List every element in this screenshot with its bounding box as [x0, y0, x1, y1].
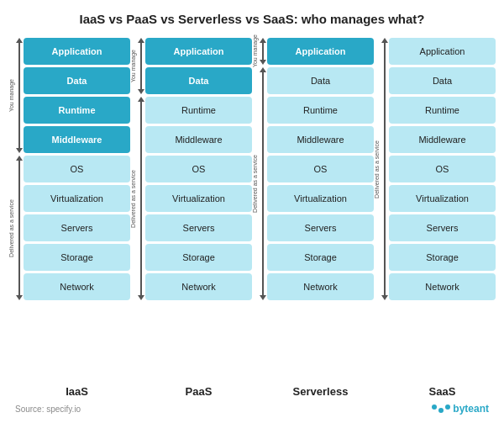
cell-serverless-os: OS: [267, 156, 374, 182]
cell-iaas-virtualization: Virtualization: [24, 185, 130, 212]
cell-serverless-data: Data: [267, 67, 374, 94]
cell-saas-network: Network: [389, 273, 496, 300]
arrow-left-iaas: You manageDelivered as a service: [8, 38, 24, 398]
arrow-left-paas: You manageDelivered as a service: [130, 38, 145, 398]
byteant-logo: byteant: [432, 403, 489, 415]
cell-serverless-virtualization: Virtualization: [267, 185, 374, 212]
cell-paas-application: Application: [145, 38, 252, 65]
cell-iaas-runtime: Runtime: [24, 97, 130, 124]
delivered-arrow: Delivered as a service: [252, 67, 267, 300]
cell-saas-storage: Storage: [389, 244, 496, 271]
cell-saas-middleware: Middleware: [389, 126, 496, 153]
delivered-arrow: Delivered as a service: [8, 156, 24, 300]
cell-serverless-runtime: Runtime: [267, 97, 374, 124]
col-wrapper-paas: ApplicationDataRuntimeMiddlewareOSVirtua…: [145, 38, 252, 398]
cell-iaas-data: Data: [24, 67, 130, 94]
col-label-serverless: Serverless: [267, 385, 374, 398]
cell-serverless-servers: Servers: [267, 214, 374, 241]
cell-serverless-network: Network: [267, 273, 374, 300]
col-wrapper-iaas: ApplicationDataRuntimeMiddlewareOSVirtua…: [24, 38, 130, 398]
cell-iaas-middleware: Middleware: [24, 126, 130, 153]
byteant-text: byteant: [453, 403, 489, 415]
delivered-arrow: Delivered as a service: [374, 38, 389, 300]
dot1: [432, 404, 437, 410]
delivered-arrow: Delivered as a service: [130, 97, 145, 300]
cell-serverless-middleware: Middleware: [267, 126, 374, 153]
cell-serverless-application: Application: [267, 38, 374, 65]
you-manage-arrow: You manage: [130, 38, 145, 94]
arrow-left-serverless: You manageDelivered as a service: [252, 38, 267, 398]
cell-iaas-application: Application: [24, 38, 130, 65]
cell-paas-middleware: Middleware: [145, 126, 252, 153]
you-manage-arrow: You manage: [252, 38, 267, 65]
cell-iaas-servers: Servers: [24, 214, 130, 241]
page-title: IaaS vs PaaS vs Serverless vs SaaS: who …: [8, 8, 496, 29]
col-label-iaas: IaaS: [24, 385, 130, 398]
cell-serverless-storage: Storage: [267, 244, 374, 271]
col-group-saas: Delivered as a serviceApplicationDataRun…: [374, 38, 496, 398]
dot2: [438, 408, 444, 413]
cell-iaas-os: OS: [24, 156, 130, 182]
cell-paas-virtualization: Virtualization: [145, 185, 252, 212]
cell-paas-data: Data: [145, 67, 252, 94]
col-wrapper-saas: ApplicationDataRuntimeMiddlewareOSVirtua…: [389, 38, 496, 398]
col-label-paas: PaaS: [145, 385, 252, 398]
source-text: Source: specify.io: [15, 404, 81, 414]
cell-saas-application: Application: [389, 38, 496, 65]
footer: Source: specify.io byteant: [8, 399, 496, 415]
col-group-iaas: You manageDelivered as a serviceApplicat…: [8, 38, 130, 398]
col-group-paas: You manageDelivered as a serviceApplicat…: [130, 38, 252, 398]
col-wrapper-serverless: ApplicationDataRuntimeMiddlewareOSVirtua…: [267, 38, 374, 398]
cell-paas-storage: Storage: [145, 244, 252, 271]
arrow-left-saas: Delivered as a service: [374, 38, 389, 398]
col-label-saas: SaaS: [389, 385, 496, 398]
cell-saas-os: OS: [389, 156, 496, 182]
cells-iaas: ApplicationDataRuntimeMiddlewareOSVirtua…: [24, 38, 130, 382]
dot3: [445, 404, 450, 410]
cells-paas: ApplicationDataRuntimeMiddlewareOSVirtua…: [145, 38, 252, 382]
comparison-area: You manageDelivered as a serviceApplicat…: [8, 38, 496, 398]
cell-saas-runtime: Runtime: [389, 97, 496, 124]
cell-paas-network: Network: [145, 273, 252, 300]
cell-paas-servers: Servers: [145, 214, 252, 241]
cell-iaas-network: Network: [24, 273, 130, 300]
main-container: IaaS vs PaaS vs Serverless vs SaaS: who …: [0, 0, 504, 423]
you-manage-arrow: You manage: [8, 38, 24, 153]
cell-paas-os: OS: [145, 156, 252, 182]
byteant-dots: [432, 404, 450, 413]
cells-serverless: ApplicationDataRuntimeMiddlewareOSVirtua…: [267, 38, 374, 382]
cell-iaas-storage: Storage: [24, 244, 130, 271]
cells-saas: ApplicationDataRuntimeMiddlewareOSVirtua…: [389, 38, 496, 382]
cell-saas-servers: Servers: [389, 214, 496, 241]
col-group-serverless: You manageDelivered as a serviceApplicat…: [252, 38, 374, 398]
cell-saas-virtualization: Virtualization: [389, 185, 496, 212]
cell-saas-data: Data: [389, 67, 496, 94]
cell-paas-runtime: Runtime: [145, 97, 252, 124]
